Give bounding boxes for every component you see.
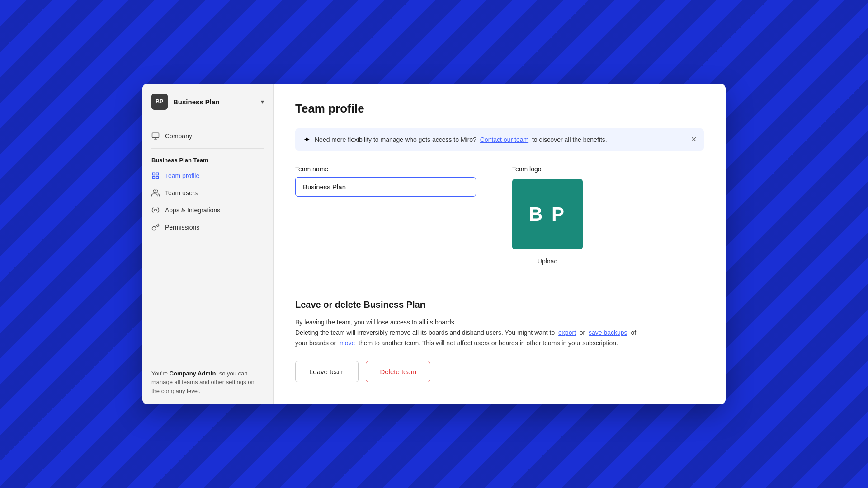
team-logo-section: Team logo B P Upload [512, 165, 583, 267]
upload-button[interactable]: Upload [538, 256, 557, 267]
action-buttons: Leave team Delete team [295, 361, 704, 382]
sidebar-divider [151, 148, 264, 149]
sidebar-item-permissions-label: Permissions [165, 224, 199, 231]
leave-section: Leave or delete Business Plan By leaving… [295, 300, 704, 391]
permissions-icon [151, 223, 160, 231]
sidebar-footer: You're Company Admin, so you can manage … [142, 360, 273, 405]
leave-description: By leaving the team, you will lose acces… [295, 317, 675, 348]
main-content: Team profile ✦ Need more flexibility to … [274, 84, 726, 404]
svg-rect-3 [152, 173, 155, 175]
sparkle-icon: ✦ [303, 135, 310, 145]
team-name-label: Team name [295, 165, 476, 173]
info-banner: ✦ Need more flexibility to manage who ge… [295, 128, 704, 151]
sidebar-item-team-profile[interactable]: Team profile [142, 167, 273, 184]
sidebar-item-apps-label: Apps & Integrations [165, 206, 220, 214]
sidebar: BP Business Plan ▾ Company Business Plan… [142, 84, 274, 404]
team-avatar: BP [151, 94, 168, 110]
svg-rect-4 [156, 173, 159, 175]
sidebar-item-team-users[interactable]: Team users [142, 184, 273, 202]
app-window: BP Business Plan ▾ Company Business Plan… [142, 84, 726, 404]
export-link[interactable]: export [558, 329, 576, 336]
sidebar-item-company[interactable]: Company [142, 127, 273, 145]
team-logo-box: B P [512, 179, 583, 249]
company-icon [151, 132, 160, 140]
svg-rect-0 [152, 133, 159, 138]
sidebar-item-team-users-label: Team users [165, 189, 198, 197]
company-label: Company [165, 132, 192, 140]
sidebar-nav: Company Business Plan Team Team profile [142, 120, 273, 243]
team-name-input[interactable] [295, 177, 476, 197]
move-link[interactable]: move [340, 339, 355, 347]
sidebar-header[interactable]: BP Business Plan ▾ [142, 84, 273, 120]
chevron-down-icon[interactable]: ▾ [261, 98, 264, 105]
sidebar-item-team-profile-label: Team profile [165, 172, 199, 179]
page-title: Team profile [295, 102, 704, 116]
sidebar-item-permissions[interactable]: Permissions [142, 219, 273, 236]
svg-point-7 [153, 190, 156, 192]
contact-team-link[interactable]: Contact our team [480, 136, 528, 143]
team-name-section: Team name [295, 165, 476, 197]
profile-section: Team name Team logo B P Upload [295, 165, 704, 283]
team-logo-label: Team logo [512, 165, 542, 173]
svg-rect-6 [152, 177, 155, 179]
sidebar-team-name: Business Plan [173, 98, 255, 106]
sidebar-item-apps-integrations[interactable]: Apps & Integrations [142, 202, 273, 219]
leave-team-button[interactable]: Leave team [295, 361, 359, 382]
save-backups-link[interactable]: save backups [589, 329, 627, 336]
svg-rect-5 [156, 177, 159, 179]
sidebar-section-label: Business Plan Team [142, 152, 273, 167]
close-icon[interactable]: ✕ [691, 136, 697, 143]
svg-point-8 [155, 209, 157, 211]
apps-integrations-icon [151, 206, 160, 214]
team-users-icon [151, 189, 160, 197]
team-profile-icon [151, 172, 160, 180]
leave-title: Leave or delete Business Plan [295, 300, 704, 310]
delete-team-button[interactable]: Delete team [366, 361, 430, 382]
banner-text: Need more flexibility to manage who gets… [315, 136, 696, 143]
